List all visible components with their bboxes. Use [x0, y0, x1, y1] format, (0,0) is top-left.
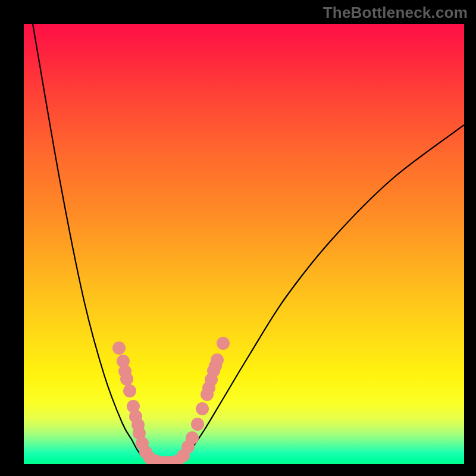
bottleneck-curve: [33, 24, 464, 463]
curve-layer: [24, 24, 464, 464]
plot-area: [24, 24, 464, 464]
data-point: [112, 342, 126, 355]
data-point: [186, 431, 199, 444]
data-point: [211, 353, 224, 367]
data-point: [196, 402, 209, 415]
data-point: [217, 337, 230, 350]
data-point: [123, 384, 136, 397]
curve-paths: [33, 24, 464, 463]
data-point: [120, 372, 133, 386]
chart-frame: TheBottleneck.com: [0, 0, 476, 476]
data-point: [191, 418, 204, 431]
watermark-text: TheBottleneck.com: [323, 4, 468, 22]
marker-dots: [112, 337, 230, 464]
